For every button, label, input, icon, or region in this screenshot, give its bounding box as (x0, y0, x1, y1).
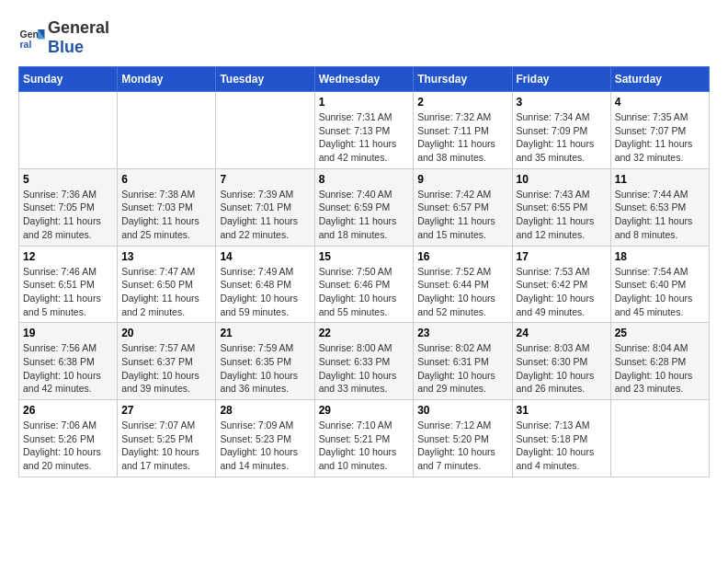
weekday-header-tuesday: Tuesday (216, 67, 314, 92)
day-number: 24 (517, 327, 607, 339)
day-info: Sunrise: 8:04 AMSunset: 6:28 PMDaylight:… (615, 341, 705, 396)
calendar-table: SundayMondayTuesdayWednesdayThursdayFrid… (18, 66, 710, 477)
day-info: Sunrise: 7:46 AMSunset: 6:51 PMDaylight:… (23, 265, 113, 319)
day-info: Sunrise: 7:44 AMSunset: 6:53 PMDaylight:… (615, 188, 705, 242)
day-number: 29 (319, 404, 410, 417)
day-number: 12 (23, 250, 113, 263)
calendar-cell (19, 92, 118, 169)
weekday-header-wednesday: Wednesday (314, 67, 414, 92)
day-info: Sunrise: 7:43 AMSunset: 6:55 PMDaylight:… (517, 188, 607, 242)
logo-general-text: Gene (48, 18, 89, 37)
logo-ral-text: ral (89, 18, 109, 37)
logo-icon: Gene ral (18, 24, 46, 52)
weekday-header-sunday: Sunday (19, 67, 118, 92)
day-info: Sunrise: 7:13 AMSunset: 5:18 PMDaylight:… (517, 419, 607, 473)
day-number: 22 (319, 327, 410, 339)
day-info: Sunrise: 7:12 AMSunset: 5:20 PMDaylight:… (417, 419, 507, 473)
day-number: 2 (417, 96, 507, 109)
logo: Gene ral General Blue (18, 18, 109, 57)
day-number: 26 (23, 404, 113, 417)
calendar-week-row: 26Sunrise: 7:06 AMSunset: 5:26 PMDayligh… (19, 400, 710, 477)
day-info: Sunrise: 7:10 AMSunset: 5:21 PMDaylight:… (319, 419, 410, 473)
day-info: Sunrise: 8:03 AMSunset: 6:30 PMDaylight:… (517, 341, 607, 396)
calendar-cell: 20Sunrise: 7:57 AMSunset: 6:37 PMDayligh… (118, 323, 216, 400)
calendar-week-row: 1Sunrise: 7:31 AMSunset: 7:13 PMDaylight… (19, 92, 710, 169)
day-info: Sunrise: 7:32 AMSunset: 7:11 PMDaylight:… (417, 110, 507, 165)
day-number: 5 (23, 173, 113, 186)
day-number: 27 (121, 404, 211, 417)
calendar-cell: 27Sunrise: 7:07 AMSunset: 5:25 PMDayligh… (118, 400, 216, 477)
calendar-week-row: 19Sunrise: 7:56 AMSunset: 6:38 PMDayligh… (19, 323, 710, 400)
day-number: 1 (319, 96, 410, 109)
day-number: 14 (220, 250, 310, 263)
day-info: Sunrise: 7:35 AMSunset: 7:07 PMDaylight:… (615, 110, 705, 165)
calendar-cell: 29Sunrise: 7:10 AMSunset: 5:21 PMDayligh… (314, 400, 414, 477)
weekday-header-row: SundayMondayTuesdayWednesdayThursdayFrid… (19, 67, 710, 92)
calendar-cell: 9Sunrise: 7:42 AMSunset: 6:57 PMDaylight… (414, 168, 512, 246)
day-number: 9 (417, 173, 507, 186)
calendar-cell: 11Sunrise: 7:44 AMSunset: 6:53 PMDayligh… (610, 168, 709, 246)
calendar-cell: 10Sunrise: 7:43 AMSunset: 6:55 PMDayligh… (512, 168, 610, 246)
day-number: 8 (319, 173, 410, 186)
day-info: Sunrise: 7:52 AMSunset: 6:44 PMDaylight:… (417, 265, 507, 319)
day-info: Sunrise: 7:39 AMSunset: 7:01 PMDaylight:… (220, 188, 310, 242)
calendar-cell: 23Sunrise: 8:02 AMSunset: 6:31 PMDayligh… (414, 323, 512, 400)
weekday-header-monday: Monday (118, 67, 216, 92)
day-info: Sunrise: 7:54 AMSunset: 6:40 PMDaylight:… (615, 265, 705, 319)
day-number: 15 (319, 250, 410, 263)
day-number: 30 (417, 404, 507, 417)
calendar-cell (118, 92, 216, 169)
calendar-cell (216, 92, 314, 169)
day-info: Sunrise: 7:50 AMSunset: 6:46 PMDaylight:… (319, 265, 410, 319)
calendar-cell: 5Sunrise: 7:36 AMSunset: 7:05 PMDaylight… (19, 168, 118, 246)
day-info: Sunrise: 7:49 AMSunset: 6:48 PMDaylight:… (220, 265, 310, 319)
calendar-cell: 18Sunrise: 7:54 AMSunset: 6:40 PMDayligh… (610, 246, 709, 323)
day-info: Sunrise: 8:02 AMSunset: 6:31 PMDaylight:… (417, 341, 507, 396)
calendar-cell: 8Sunrise: 7:40 AMSunset: 6:59 PMDaylight… (314, 168, 414, 246)
day-info: Sunrise: 7:42 AMSunset: 6:57 PMDaylight:… (417, 188, 507, 242)
day-info: Sunrise: 8:00 AMSunset: 6:33 PMDaylight:… (319, 341, 410, 396)
day-number: 13 (121, 250, 211, 263)
day-number: 11 (615, 173, 705, 186)
calendar-cell: 4Sunrise: 7:35 AMSunset: 7:07 PMDaylight… (610, 92, 709, 169)
day-info: Sunrise: 7:47 AMSunset: 6:50 PMDaylight:… (121, 265, 211, 319)
day-number: 25 (615, 327, 705, 339)
calendar-cell: 21Sunrise: 7:59 AMSunset: 6:35 PMDayligh… (216, 323, 314, 400)
day-info: Sunrise: 7:36 AMSunset: 7:05 PMDaylight:… (23, 188, 113, 242)
calendar-cell: 1Sunrise: 7:31 AMSunset: 7:13 PMDaylight… (314, 92, 414, 169)
calendar-cell: 2Sunrise: 7:32 AMSunset: 7:11 PMDaylight… (414, 92, 512, 169)
calendar-cell: 12Sunrise: 7:46 AMSunset: 6:51 PMDayligh… (19, 246, 118, 323)
calendar-week-row: 5Sunrise: 7:36 AMSunset: 7:05 PMDaylight… (19, 168, 710, 246)
day-number: 17 (517, 250, 607, 263)
svg-text:ral: ral (20, 39, 32, 50)
day-info: Sunrise: 7:06 AMSunset: 5:26 PMDaylight:… (23, 419, 113, 473)
day-info: Sunrise: 7:38 AMSunset: 7:03 PMDaylight:… (121, 188, 211, 242)
day-info: Sunrise: 7:56 AMSunset: 6:38 PMDaylight:… (23, 341, 113, 396)
calendar-cell: 17Sunrise: 7:53 AMSunset: 6:42 PMDayligh… (512, 246, 610, 323)
day-info: Sunrise: 7:31 AMSunset: 7:13 PMDaylight:… (319, 110, 410, 165)
day-number: 31 (517, 404, 607, 417)
day-number: 3 (517, 96, 607, 109)
calendar-week-row: 12Sunrise: 7:46 AMSunset: 6:51 PMDayligh… (19, 246, 710, 323)
calendar-cell: 15Sunrise: 7:50 AMSunset: 6:46 PMDayligh… (314, 246, 414, 323)
calendar-cell: 31Sunrise: 7:13 AMSunset: 5:18 PMDayligh… (512, 400, 610, 477)
weekday-header-friday: Friday (512, 67, 610, 92)
day-number: 7 (220, 173, 310, 186)
calendar-cell (610, 400, 709, 477)
calendar-cell: 6Sunrise: 7:38 AMSunset: 7:03 PMDaylight… (118, 168, 216, 246)
calendar-cell: 30Sunrise: 7:12 AMSunset: 5:20 PMDayligh… (414, 400, 512, 477)
weekday-header-saturday: Saturday (610, 67, 709, 92)
calendar-cell: 26Sunrise: 7:06 AMSunset: 5:26 PMDayligh… (19, 400, 118, 477)
calendar-cell: 24Sunrise: 8:03 AMSunset: 6:30 PMDayligh… (512, 323, 610, 400)
day-info: Sunrise: 7:34 AMSunset: 7:09 PMDaylight:… (517, 110, 607, 165)
day-number: 28 (220, 404, 310, 417)
calendar-cell: 19Sunrise: 7:56 AMSunset: 6:38 PMDayligh… (19, 323, 118, 400)
day-number: 16 (417, 250, 507, 263)
calendar-cell: 28Sunrise: 7:09 AMSunset: 5:23 PMDayligh… (216, 400, 314, 477)
calendar-cell: 13Sunrise: 7:47 AMSunset: 6:50 PMDayligh… (118, 246, 216, 323)
day-number: 6 (121, 173, 211, 186)
day-info: Sunrise: 7:40 AMSunset: 6:59 PMDaylight:… (319, 188, 410, 242)
calendar-cell: 7Sunrise: 7:39 AMSunset: 7:01 PMDaylight… (216, 168, 314, 246)
logo-blue-text: Blue (48, 38, 84, 56)
calendar-cell: 25Sunrise: 8:04 AMSunset: 6:28 PMDayligh… (610, 323, 709, 400)
